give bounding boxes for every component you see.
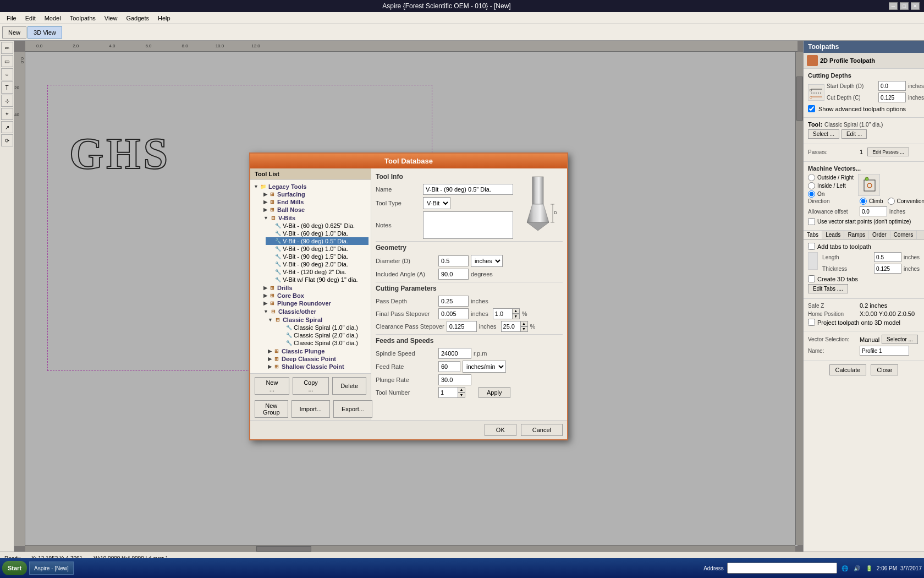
plunge-rate-input[interactable]	[438, 374, 471, 385]
vbit-90-10[interactable]: 🔧 V-Bit - (90 deg) 1.0" Dia.	[266, 245, 369, 253]
surfacing-group[interactable]: ▶ ⊞ Surfacing	[259, 190, 369, 198]
legacy-tools-label[interactable]: ▼ 📁 Legacy Tools	[252, 183, 369, 190]
draw-tool-1[interactable]: ✏	[1, 42, 13, 54]
canvas-area[interactable]: 0.0 2.0 4.0 6.0 8.0 10.0 12.0 0.0 20 40 …	[14, 41, 803, 552]
import-button[interactable]: Import...	[292, 400, 330, 418]
diameter-input[interactable]	[438, 255, 469, 266]
final-pass-pct-input[interactable]	[493, 308, 512, 319]
menu-file[interactable]: File	[2, 14, 21, 23]
tool-number-input[interactable]	[438, 387, 458, 398]
corebox-group[interactable]: ▶ ⊞ Core Box	[259, 292, 369, 299]
restore-button[interactable]: □	[900, 2, 909, 10]
deep-classic-group[interactable]: ▶ ⊞ Deep Classic Point	[266, 355, 369, 363]
edit-tool-button[interactable]: Edit ...	[842, 129, 867, 139]
start-depth-input[interactable]	[878, 81, 906, 91]
classic-other-label[interactable]: ▼ ⊟ Classic/other	[259, 308, 369, 315]
selector-button[interactable]: Selector ...	[882, 335, 918, 344]
draw-tool-5[interactable]: ⊹	[1, 95, 13, 107]
select-tool-button[interactable]: Select ...	[808, 129, 839, 139]
new-group-button[interactable]: New Group	[255, 400, 288, 418]
export-button[interactable]: Export...	[333, 400, 372, 418]
show-advanced-checkbox[interactable]	[808, 105, 815, 112]
tabs-tab[interactable]: Tabs	[804, 231, 822, 239]
address-input[interactable]	[727, 563, 837, 574]
delete-tool-button[interactable]: Delete	[332, 377, 366, 395]
vbit-60-0625[interactable]: 🔧 V-Bit - (60 deg) 0.625" Dia.	[266, 222, 369, 230]
on-radio[interactable]	[808, 190, 815, 198]
diameter-unit-select[interactable]: inches	[471, 255, 503, 267]
length-input[interactable]	[874, 252, 901, 262]
start-button[interactable]: Start	[2, 561, 27, 575]
included-angle-input[interactable]	[438, 269, 469, 280]
ok-button[interactable]: OK	[485, 424, 516, 436]
menu-toolpaths[interactable]: Toolpaths	[65, 14, 100, 23]
outside-right-radio[interactable]	[808, 174, 815, 181]
edit-tabs-button[interactable]: Edit Tabs ....	[808, 284, 848, 293]
edit-passes-button[interactable]: Edit Passes ...	[867, 148, 909, 156]
window-controls[interactable]: ─ □ ✕	[889, 2, 920, 10]
tool-notes-input[interactable]	[423, 211, 513, 239]
minimize-button[interactable]: ─	[889, 2, 898, 10]
allowance-offset-input[interactable]	[860, 206, 887, 216]
cs-10[interactable]: 🔧 Classic Spiral (1.0" dia.)	[272, 324, 369, 331]
project-toolpath-checkbox[interactable]	[808, 319, 815, 326]
classic-plunge-group[interactable]: ▶ ⊞ Classic Plunge	[266, 347, 369, 355]
close-button[interactable]: ✕	[911, 2, 920, 10]
taskbar-aspire[interactable]: Aspire - [New]	[29, 561, 74, 575]
clearance-pass-up-btn[interactable]: ▲	[520, 321, 528, 326]
clearance-pass-pct-input[interactable]	[501, 321, 520, 332]
draw-tool-3[interactable]: ○	[1, 68, 13, 80]
draw-tool-8[interactable]: ⟳	[1, 134, 13, 146]
menu-gadgets[interactable]: Gadgets	[122, 14, 153, 23]
pass-depth-input[interactable]	[438, 296, 469, 307]
draw-tool-2[interactable]: ▭	[1, 55, 13, 67]
final-pass-input[interactable]	[438, 308, 469, 319]
ballnose-group[interactable]: ▶ ⊞ Ball Nose	[259, 206, 369, 214]
drills-group[interactable]: ▶ ⊞ Drills	[259, 284, 369, 292]
thickness-input[interactable]	[874, 264, 901, 274]
vbit-90-15[interactable]: 🔧 V-Bit - (90 deg) 1.5" Dia.	[266, 253, 369, 260]
vbit-90-20[interactable]: 🔧 V-Bit - (90 deg) 2.0" Dia.	[266, 260, 369, 268]
cs-20[interactable]: 🔧 Classic Spiral (2.0" dia.)	[272, 331, 369, 339]
feed-rate-input[interactable]	[438, 361, 460, 372]
draw-tool-4[interactable]: T	[1, 81, 13, 94]
create-3d-tabs-checkbox[interactable]	[808, 275, 815, 282]
draw-tool-7[interactable]: ↗	[1, 121, 13, 133]
tool-name-input[interactable]	[423, 184, 513, 195]
ramps-tab[interactable]: Ramps	[844, 231, 869, 239]
classic-spiral-label[interactable]: ▼ ⊟ Classic Spiral	[266, 316, 369, 324]
view-3d-button[interactable]: 3D View	[28, 26, 62, 39]
new-tool-button[interactable]: New ...	[255, 377, 289, 395]
menu-edit[interactable]: Edit	[21, 14, 40, 23]
tool-type-select[interactable]: V-Bit	[423, 197, 450, 209]
copy-tool-button[interactable]: Copy ...	[293, 377, 329, 395]
order-tab[interactable]: Order	[869, 231, 890, 239]
conventional-radio[interactable]	[888, 198, 895, 205]
vbits-label[interactable]: ▼ ⊟ V-Bits	[259, 214, 369, 222]
add-tabs-checkbox[interactable]	[808, 243, 815, 250]
use-vector-start-checkbox[interactable]	[808, 218, 815, 225]
cs-30[interactable]: 🔧 Classic Spiral (3.0" dia.)	[272, 339, 369, 347]
menu-model[interactable]: Model	[40, 14, 65, 23]
draw-tool-6[interactable]: ⌖	[1, 108, 13, 120]
cut-depth-input[interactable]	[878, 92, 906, 102]
shallow-classic-group[interactable]: ▶ ⊞ Shallow Classic Point	[266, 363, 369, 370]
final-pass-up-btn[interactable]: ▲	[512, 308, 520, 314]
climb-radio[interactable]	[860, 198, 867, 205]
leads-tab[interactable]: Leads	[822, 231, 844, 239]
menu-view[interactable]: View	[100, 14, 122, 23]
cancel-button[interactable]: Cancel	[521, 424, 563, 436]
vbit-wflat-90-1[interactable]: 🔧 V-Bit w/ Flat (90 deg) 1" dia.	[266, 276, 369, 283]
menu-help[interactable]: Help	[153, 14, 175, 23]
tool-tree[interactable]: ▼ 📁 Legacy Tools ▶ ⊞ Surfacing	[250, 180, 371, 373]
tool-number-up-btn[interactable]: ▲	[458, 387, 465, 392]
vbit-120-2[interactable]: 🔧 V-Bit - (120 deg) 2" Dia.	[266, 268, 369, 276]
apply-button[interactable]: Apply	[479, 387, 510, 398]
inside-left-radio[interactable]	[808, 182, 815, 189]
new-button[interactable]: New	[2, 26, 26, 39]
name-input[interactable]	[860, 346, 909, 356]
final-pass-down-btn[interactable]: ▼	[512, 314, 520, 319]
corners-tab[interactable]: Corners	[890, 231, 917, 239]
spindle-speed-input[interactable]	[438, 348, 471, 359]
vbit-90-05[interactable]: 🔧 V-Bit - (90 deg) 0.5" Dia.	[266, 237, 369, 245]
